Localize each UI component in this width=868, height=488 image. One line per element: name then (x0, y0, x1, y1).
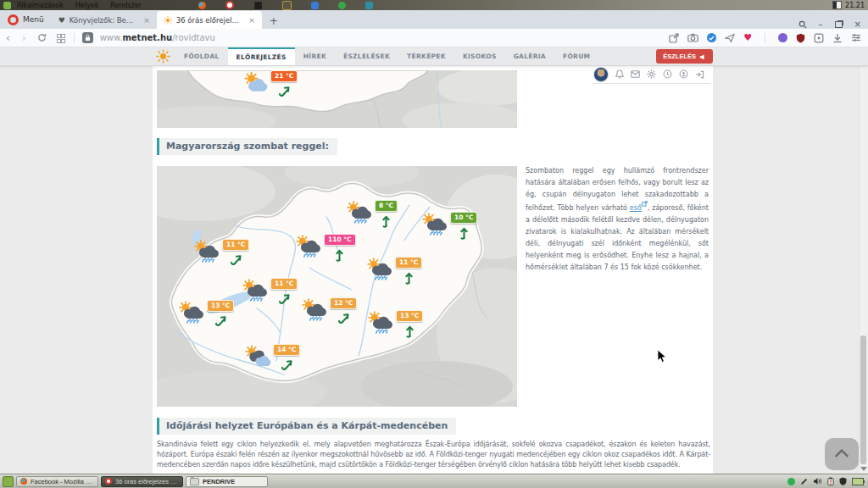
share-icon[interactable] (669, 33, 679, 43)
mail-icon[interactable] (631, 70, 640, 78)
keyboard-indicator-icon[interactable] (832, 1, 842, 9)
tab-close-icon[interactable]: × (248, 16, 255, 25)
temperature-badge: 14 °C (273, 344, 300, 356)
panel-clock[interactable]: 21.21 (845, 2, 865, 9)
forecast-text: Szombaton reggel egy hullámzó frontrends… (526, 165, 709, 274)
close-button[interactable]: × (854, 19, 861, 29)
taskbar-window-label: 36 órás előrejelzés - O... (115, 478, 179, 485)
send-icon[interactable] (725, 33, 735, 43)
minimize-button[interactable]: – (819, 19, 823, 29)
nav-item-eszlelesek[interactable]: ÉSZLELÉSEK (335, 47, 398, 65)
weather-icon (421, 212, 448, 237)
download-icon[interactable] (832, 33, 843, 43)
observation-button[interactable]: ÉSZLELÉS (656, 49, 713, 64)
restore-button[interactable] (835, 21, 843, 28)
url-host: metnet.hu (122, 33, 172, 42)
temperature-badge: 110 °C (324, 234, 356, 246)
nav-item-fooldal[interactable]: FŐOLDAL (175, 47, 228, 65)
browser-menu-button[interactable]: Menü (0, 10, 52, 29)
section-title-morning: Magyarország szombat reggel: (157, 138, 337, 155)
wind-arrow-icon (214, 313, 228, 328)
menu-system[interactable]: Rendszer (104, 2, 147, 9)
rain-link-label: eső (630, 204, 642, 212)
speed-dial-icon[interactable] (57, 34, 64, 42)
lock-icon[interactable] (82, 32, 93, 43)
weather-marker: 12 °C (301, 297, 357, 325)
url-bar[interactable]: www.metnet.hu/rovidtavu (100, 33, 215, 42)
bell-icon[interactable] (615, 69, 624, 79)
filter-sliders-icon[interactable] (851, 33, 861, 42)
clipboard-alert-icon[interactable] (827, 477, 834, 485)
red-shield-icon[interactable] (796, 33, 805, 43)
editor-launcher-icon[interactable] (282, 1, 292, 10)
writer-launcher-icon[interactable] (311, 2, 319, 9)
temperature-badge: 11 °C (270, 278, 298, 290)
pocket-heart-icon[interactable]: ♥ (743, 33, 752, 42)
opera-logo-icon (8, 14, 19, 25)
nav-item-elorejelzes[interactable]: ELŐREJELZÉS (228, 47, 295, 65)
show-desktop-button[interactable] (3, 476, 14, 487)
gear-icon[interactable] (647, 69, 656, 79)
nav-item-forum[interactable]: FÓRUM (554, 47, 598, 65)
taskbar-window-forecast[interactable]: 36 órás előrejelzés - O... (101, 476, 183, 487)
shield-tray-icon[interactable] (839, 477, 847, 485)
wind-arrow-icon (457, 225, 471, 240)
nav-item-hirek[interactable]: HÍREK (295, 47, 335, 65)
forecast-text-after: , záporeső, főként a délelőtt második fe… (526, 204, 709, 271)
back-button[interactable]: ‹ (0, 33, 16, 43)
opera-launcher-icon[interactable] (225, 1, 234, 9)
volume-icon[interactable] (813, 477, 822, 485)
taskbar-window-facebook[interactable]: Facebook - Mozilla Fire... (16, 476, 98, 487)
camera-icon[interactable] (687, 33, 698, 42)
menu-places[interactable]: Helyek (70, 2, 104, 9)
nav-item-kisokos[interactable]: KISOKOS (454, 47, 505, 65)
panel-launchers (198, 1, 373, 10)
avatar[interactable] (593, 67, 609, 82)
menu-applications[interactable]: Alkalmazások (11, 2, 70, 9)
wind-arrow-icon (332, 247, 347, 262)
scrollbar-thumb[interactable] (860, 336, 866, 464)
temperature-badge: 8 °C (375, 200, 398, 212)
page-content: 21 °C Magyarország szombat reggel: (153, 65, 713, 474)
url-www: www. (100, 33, 123, 42)
nav-item-terkepek[interactable]: TÉRKÉPEK (398, 47, 454, 65)
clock-icon[interactable] (663, 69, 672, 79)
tab-bookmarks[interactable]: ♥ Könyvjelzők: Besorolatl... × (52, 11, 157, 29)
pencil-tray-icon[interactable] (800, 478, 808, 485)
torrent-tray-icon[interactable] (787, 478, 795, 485)
metnet-sun-logo-icon[interactable] (156, 49, 170, 64)
nav-item-galeria[interactable]: GALÉRIA (505, 47, 554, 65)
tab-close-icon[interactable]: × (143, 16, 150, 25)
new-tab-button[interactable]: + (262, 15, 286, 29)
wind-arrow-icon (277, 84, 292, 98)
wind-arrow-icon (280, 358, 294, 372)
scrollbar-down-icon[interactable] (860, 467, 867, 471)
logout-icon[interactable] (695, 70, 704, 79)
divider (592, 83, 710, 84)
rain-link[interactable]: eső (630, 204, 648, 212)
user-circle-icon[interactable] (679, 69, 688, 79)
temperature-badge: 11 °C (222, 239, 249, 251)
wind-arrow-icon (277, 291, 292, 306)
scroll-to-top-button[interactable] (825, 438, 859, 470)
applications-menu-icon[interactable] (3, 2, 11, 9)
forward-button[interactable]: › (16, 33, 32, 43)
temperature-badge: 10 °C (450, 212, 477, 224)
map-terrain (157, 70, 517, 128)
tab-forecast[interactable]: 36 órás előrejelzés × (157, 11, 262, 29)
purple-extension-icon[interactable] (778, 33, 787, 42)
reload-icon[interactable] (37, 33, 47, 42)
terminal-launcher-icon[interactable] (253, 1, 263, 10)
weather-marker: 110 °C (295, 234, 356, 262)
battery-icon[interactable] (852, 478, 864, 485)
firefox-launcher-icon[interactable] (198, 2, 206, 9)
shield-check-icon[interactable] (707, 33, 716, 42)
search-icon[interactable] (798, 20, 807, 29)
wind-arrow-icon (402, 270, 416, 285)
box-extension-icon[interactable] (814, 33, 824, 43)
weather-icon (346, 200, 373, 225)
taskbar-window-pendrive[interactable]: PENDRIVE (186, 476, 268, 487)
media-player-launcher-icon[interactable] (365, 2, 373, 9)
weather-icon (295, 234, 322, 259)
utorrent-launcher-icon[interactable] (338, 2, 346, 9)
